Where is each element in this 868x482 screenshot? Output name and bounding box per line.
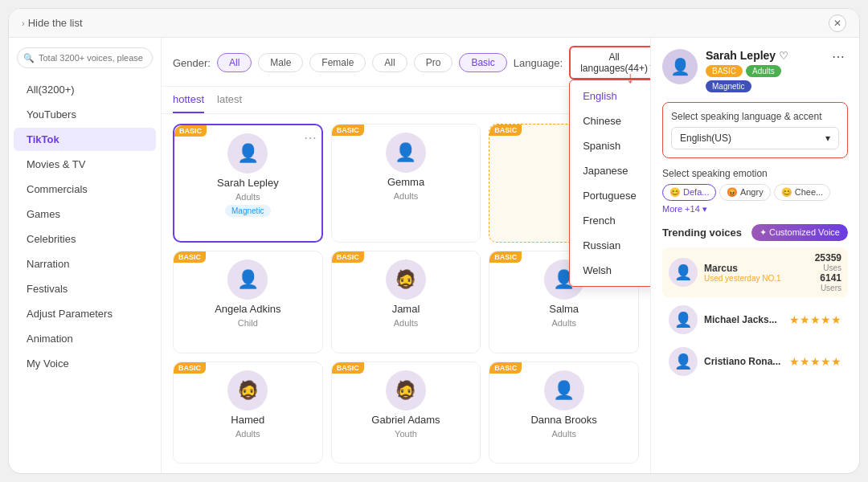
- lang-option-french[interactable]: French: [570, 208, 650, 233]
- trending-item-marcus[interactable]: 👤 Marcus Used yesterday NO.1 25359 Uses …: [662, 247, 848, 297]
- filter-male[interactable]: Male: [258, 53, 303, 72]
- voice-menu-icon-1[interactable]: ⋯: [304, 130, 317, 145]
- sidebar-item-games[interactable]: Games: [14, 202, 156, 226]
- lang-option-japanese[interactable]: Japanese: [570, 158, 650, 183]
- lang-option-portuguese[interactable]: Portuguese: [570, 183, 650, 208]
- tag-magnetic: Magnetic: [706, 80, 751, 92]
- lang-option-english[interactable]: English: [570, 84, 650, 108]
- emotion-buttons: 😊 Defa... 😡 Angry 😊 Chee... More +14 ▾: [662, 184, 848, 214]
- trending-avatar-michael: 👤: [669, 305, 698, 334]
- lang-select-section: Select speaking language & accent Englis…: [662, 102, 848, 158]
- voice-type-1: Adults: [235, 192, 260, 202]
- stars-michael: ★★★★★: [789, 313, 841, 326]
- main-area: Gender: All Male Female All Pro Basic La…: [162, 38, 650, 473]
- sidebar: 🔍 All(3200+) YouTubers TikTok Movies & T…: [9, 38, 162, 473]
- filter-all-type[interactable]: All: [372, 53, 407, 72]
- sidebar-item-myvoice[interactable]: My Voice: [14, 352, 156, 375]
- sidebar-item-movies[interactable]: Movies & TV: [14, 153, 156, 176]
- voice-name-5: Jamal: [392, 303, 420, 315]
- avatar-8: 🧔: [386, 370, 426, 411]
- profile-info: Sarah Lepley ♡ BASIC Adults Magnetic: [706, 49, 821, 92]
- emotion-section: Select speaking emotion 😊 Defa... 😡 Angr…: [662, 168, 848, 214]
- trending-info-michael: Michael Jacks...: [704, 314, 783, 325]
- tag-basic: BASIC: [706, 65, 743, 77]
- language-select-button[interactable]: All languages(44+) ▲: [569, 46, 650, 80]
- filter-all-gender[interactable]: All: [217, 53, 252, 72]
- voice-name-8: Gabriel Adams: [371, 414, 440, 426]
- avatar-2: 👤: [386, 133, 426, 173]
- sidebar-item-tiktok[interactable]: TikTok: [14, 128, 156, 151]
- voice-badge-6: BASIC: [489, 251, 522, 263]
- hide-list-button[interactable]: › Hide the list: [22, 17, 83, 29]
- voice-type-9: Adults: [551, 429, 576, 439]
- trending-item-cristiano[interactable]: 👤 Cristiano Rona... ★★★★★: [662, 342, 848, 381]
- trending-title: Trending voices: [662, 227, 742, 239]
- sidebar-item-animation[interactable]: Animation: [14, 327, 156, 350]
- trending-header: Trending voices ✦ Customized Voice: [662, 224, 848, 241]
- trending-stats-marcus: 25359 Uses 6141 Users: [815, 252, 841, 292]
- voice-card-8[interactable]: BASIC 🧔 Gabriel Adams Youth: [331, 362, 481, 464]
- sidebar-item-commercials[interactable]: Commercials: [14, 178, 156, 201]
- sidebar-item-adjust[interactable]: Adjust Parameters: [14, 302, 156, 325]
- lang-option-spanish[interactable]: Spanish: [570, 133, 650, 158]
- more-emotions[interactable]: More +14 ▾: [662, 204, 707, 214]
- trending-name-michael: Michael Jacks...: [704, 314, 783, 325]
- lang-select-dropdown[interactable]: English(US) ▾: [671, 127, 839, 149]
- sidebar-item-all[interactable]: All(3200+): [14, 78, 156, 101]
- lang-option-welsh[interactable]: Welsh: [570, 258, 650, 283]
- filter-bar: Gender: All Male Female All Pro Basic La…: [162, 38, 650, 87]
- tab-latest[interactable]: latest: [217, 87, 242, 113]
- chevron-up-icon: ▲: [648, 57, 650, 68]
- trending-info-cristiano: Cristiano Rona...: [704, 356, 783, 367]
- trending-users-label-marcus: Users: [815, 284, 841, 292]
- voice-name-6: Salma: [549, 303, 579, 315]
- chevron-right-icon: ›: [22, 18, 25, 28]
- voice-type-4: Child: [238, 318, 258, 328]
- tab-hottest[interactable]: hottest: [173, 87, 204, 113]
- more-options-button[interactable]: ⋯: [829, 49, 848, 64]
- voice-badge-8: BASIC: [332, 362, 364, 374]
- voice-type-6: Adults: [551, 318, 576, 328]
- sidebar-item-festivals[interactable]: Festivals: [14, 277, 156, 300]
- voice-card-5[interactable]: BASIC 🧔 Jamal Adults: [331, 251, 481, 353]
- close-button[interactable]: ✕: [829, 14, 846, 32]
- chevron-down-icon: ▾: [825, 133, 830, 144]
- right-panel: 👤 Sarah Lepley ♡ BASIC Adults Magnetic ⋯: [650, 38, 859, 473]
- trending-name-cristiano: Cristiano Rona...: [704, 356, 783, 367]
- voice-card-1[interactable]: BASIC ⋯ 👤 Sarah Lepley Adults Magnetic: [173, 124, 323, 243]
- heart-icon[interactable]: ♡: [779, 50, 788, 62]
- voice-badge-2: BASIC: [332, 125, 364, 136]
- filter-female[interactable]: Female: [309, 53, 366, 72]
- hide-list-label: Hide the list: [28, 17, 83, 29]
- lang-option-chinese[interactable]: Chinese: [570, 108, 650, 133]
- emotion-angry[interactable]: 😡 Angry: [719, 184, 770, 201]
- filter-pro[interactable]: Pro: [414, 53, 453, 72]
- voice-card-4[interactable]: BASIC 👤 Angela Adkins Child: [173, 251, 323, 353]
- voice-tag-1: Magnetic: [225, 205, 271, 217]
- customized-voice-button[interactable]: ✦ Customized Voice: [751, 224, 848, 241]
- search-box: 🔍: [17, 47, 153, 68]
- voice-card-7[interactable]: BASIC 🧔 Hamed Adults: [173, 362, 323, 464]
- main-container: › Hide the list ✕ 🔍 All(3200+) YouTubers…: [8, 8, 860, 474]
- voice-card-9[interactable]: BASIC 👤 Danna Brooks Adults: [489, 362, 639, 464]
- voice-profile: 👤 Sarah Lepley ♡ BASIC Adults Magnetic ⋯: [662, 49, 848, 92]
- language-dropdown: Select here to switch to your desired la…: [569, 46, 650, 80]
- sidebar-item-celebrities[interactable]: Celebrities: [14, 227, 156, 251]
- trending-uses-marcus: 25359: [815, 252, 841, 263]
- trending-avatar-cristiano: 👤: [669, 347, 698, 376]
- language-current-value: All languages(44+): [580, 51, 648, 74]
- sidebar-item-youtubers[interactable]: YouTubers: [14, 103, 156, 126]
- stars-cristiano: ★★★★★: [789, 355, 841, 368]
- trending-item-michael[interactable]: 👤 Michael Jacks... ★★★★★: [662, 300, 848, 339]
- sidebar-item-narration[interactable]: Narration: [14, 252, 156, 276]
- language-area: Language: Select here to switch to your …: [514, 46, 650, 80]
- avatar-9: 👤: [544, 370, 584, 411]
- emotion-default[interactable]: 😊 Defa...: [662, 184, 716, 201]
- filter-basic[interactable]: Basic: [459, 53, 506, 72]
- search-input[interactable]: [17, 47, 153, 68]
- emotion-cheerful[interactable]: 😊 Chee...: [774, 184, 831, 201]
- voice-card-2[interactable]: BASIC 👤 Gemma Adults: [331, 124, 481, 243]
- lang-option-russian[interactable]: Russian: [570, 233, 650, 258]
- gender-label: Gender:: [173, 57, 211, 69]
- tag-adults: Adults: [746, 65, 781, 77]
